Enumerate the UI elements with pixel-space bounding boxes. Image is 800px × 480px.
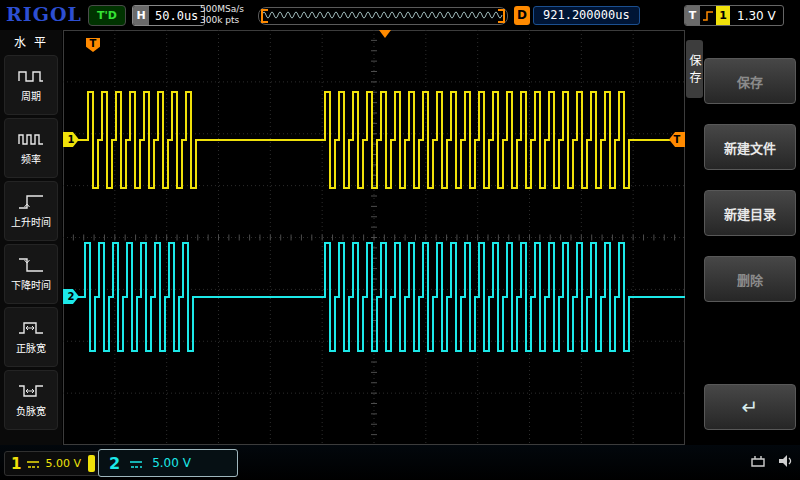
save-menu: 保存 保存 新建文件 新建目录 删除 ↵ [685, 30, 800, 445]
menu-item-label: 上升时间 [11, 214, 51, 229]
rise-time-icon [17, 194, 45, 210]
menu-item-positive-pulse-width[interactable]: 正脉宽 [4, 307, 58, 367]
trigger-level-value: 1.30 V [730, 6, 783, 25]
trigger-edge-icon [700, 6, 716, 25]
memory-position-strip[interactable] [258, 7, 508, 25]
channel-1-scale: 5.00 V [45, 457, 81, 470]
trigger-label: T [685, 6, 700, 25]
menu-item-label: 负脉宽 [16, 403, 46, 418]
delay-value: 921.200000us [533, 6, 640, 25]
sample-rate: 500MSa/s [200, 4, 244, 15]
memory-waveform-preview [260, 8, 504, 22]
channel-1-badge[interactable]: 1 5.00 V [4, 451, 102, 476]
channel-2-number: 2 [109, 454, 120, 473]
menu-item-label: 频率 [21, 151, 41, 166]
oscilloscope-screen: RIGOL T'D H 50.0us 500MSa/s 300k pts D 9… [0, 0, 800, 480]
menu-item-label: 周期 [21, 88, 41, 103]
channel-1-color-tab [88, 455, 95, 472]
horizontal-label: H [133, 6, 149, 25]
channel-1-number: 1 [11, 455, 21, 473]
save-menu-tab: 保存 [686, 40, 703, 98]
dc-coupling-icon [26, 454, 40, 473]
delay-readout[interactable]: D 921.200000us [514, 5, 640, 25]
waveform-display: T 1 2 T [63, 30, 685, 445]
menu-item-negative-pulse-width[interactable]: 负脉宽 [4, 370, 58, 430]
channel-2-badge[interactable]: 2 5.00 V [98, 449, 238, 477]
delete-button[interactable]: 删除 [704, 256, 796, 302]
negative-pulse-width-icon [17, 383, 45, 399]
acquisition-readout: 500MSa/s 300k pts [200, 4, 244, 26]
menu-item-rise-time[interactable]: 上升时间 [4, 181, 58, 241]
period-icon [17, 68, 45, 84]
window-left-bracket [261, 9, 268, 23]
window-right-bracket [498, 9, 505, 23]
memory-depth: 300k pts [200, 15, 244, 26]
measure-menu-title: 水 平 [0, 30, 62, 52]
save-button[interactable]: 保存 [704, 58, 796, 104]
channel-2-scale: 5.00 V [152, 456, 191, 470]
menu-item-period[interactable]: 周期 [4, 55, 58, 115]
menu-item-fall-time[interactable]: 下降时间 [4, 244, 58, 304]
delay-label: D [514, 6, 530, 25]
timebase-value: 50.0us [149, 6, 204, 25]
channel-status-bar: 1 5.00 V 2 5.00 V [0, 445, 800, 480]
status-bar: RIGOL T'D H 50.0us 500MSa/s 300k pts D 9… [0, 0, 800, 30]
speaker-icon[interactable] [777, 453, 794, 473]
usb-icon [748, 453, 768, 473]
return-button[interactable]: ↵ [704, 384, 796, 430]
trigger-position-marker[interactable] [379, 30, 391, 38]
menu-item-frequency[interactable]: 频率 [4, 118, 58, 178]
frequency-icon [17, 131, 45, 147]
rigol-logo: RIGOL [6, 3, 82, 25]
dc-coupling-icon [129, 454, 143, 473]
system-status-icons [748, 453, 794, 473]
measure-menu: 水 平 周期 频率 上升时间 下降时间 [0, 30, 62, 445]
new-file-button[interactable]: 新建文件 [704, 124, 796, 170]
trigger-source-badge: 1 [716, 6, 730, 25]
fall-time-icon [17, 257, 45, 273]
new-folder-button[interactable]: 新建目录 [704, 190, 796, 236]
positive-pulse-width-icon [17, 320, 45, 336]
trigger-readout[interactable]: T 1 1.30 V [684, 5, 784, 26]
return-arrow-icon: ↵ [742, 395, 759, 419]
graticule [63, 30, 685, 445]
trigger-status-badge: T'D [88, 5, 126, 26]
horizontal-timebase-readout[interactable]: H 50.0us [132, 5, 205, 26]
menu-item-label: 下降时间 [11, 277, 51, 292]
menu-item-label: 正脉宽 [16, 340, 46, 355]
